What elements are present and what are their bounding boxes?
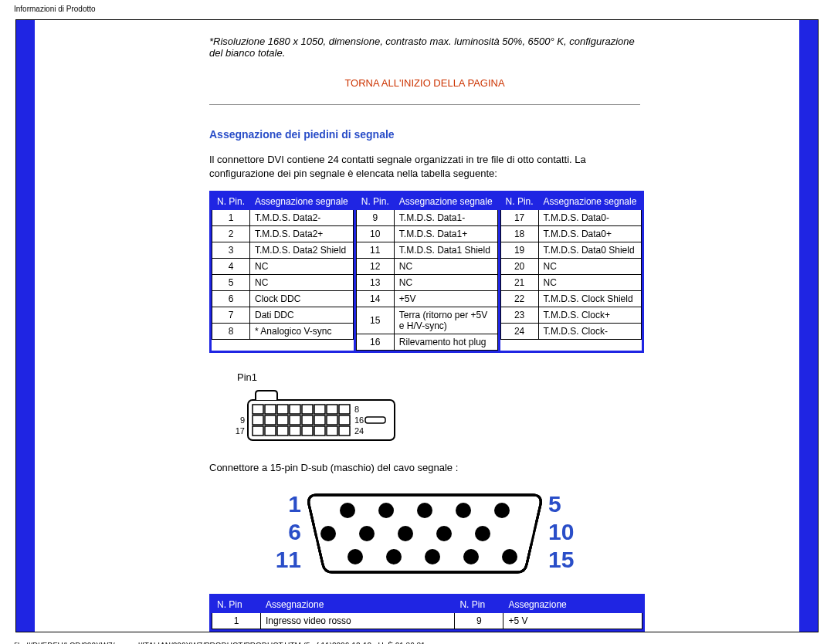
vga-num-6: 6	[288, 519, 301, 544]
table-row: 21NC	[500, 275, 642, 291]
svg-rect-21	[302, 426, 313, 436]
table-row: 18T.M.D.S. Data0+	[500, 226, 642, 242]
svg-point-28	[417, 503, 432, 518]
svg-point-94	[436, 526, 452, 541]
dvi-pin-16: 16	[354, 415, 364, 425]
svg-rect-2	[265, 405, 276, 414]
table-row: 4NC	[212, 259, 354, 275]
table-row: 1 Ingresso video rosso 9 +5 V	[212, 613, 642, 629]
svg-rect-17	[253, 426, 263, 436]
svg-rect-10	[265, 415, 276, 425]
svg-point-97	[320, 526, 336, 541]
dvi-pin-table: N. Pin.Assegnazione segnale 1T.M.D.S. Da…	[209, 191, 644, 353]
svg-rect-3	[277, 405, 288, 414]
dvi-pin-8: 8	[354, 405, 359, 414]
svg-rect-8	[339, 405, 350, 414]
svg-point-30	[494, 503, 510, 518]
table-row: 1T.M.D.S. Data2-	[212, 210, 354, 226]
table-row: 16Rilevamento hot plug	[356, 334, 497, 351]
table-row: 11T.M.D.S. Data1 Shield	[356, 242, 497, 259]
table-row: 12NC	[356, 259, 497, 275]
svg-rect-14	[314, 415, 325, 425]
vga-connector-diagram: 1 6 11 5 10 15	[255, 487, 595, 580]
pin1-label: Pin1	[209, 353, 640, 386]
dvi-connector-diagram: 8 9 16 17 24	[232, 386, 433, 448]
svg-rect-20	[290, 426, 300, 436]
table-row: 15Terra (ritorno per +5V e H/V-sync)	[356, 307, 497, 334]
right-blue-bar	[799, 20, 818, 632]
col-pin-header: N. Pin.	[212, 194, 250, 210]
table-row: 13NC	[356, 275, 497, 291]
page-body: *Risoluzione 1680 x 1050, dimensione, co…	[15, 19, 819, 632]
col-sig-header: Assegnazione segnale	[250, 194, 354, 210]
table-row: 6Clock DDC	[212, 291, 354, 307]
left-blue-bar	[16, 20, 35, 632]
svg-rect-16	[339, 415, 350, 425]
dvi-pin-17: 17	[236, 426, 245, 436]
table-row: 8* Analogico V-sync	[212, 324, 354, 340]
svg-point-27	[378, 503, 394, 518]
svg-point-95	[475, 526, 490, 541]
section-title: Assegnazione dei piedini di segnale	[209, 128, 640, 153]
vga-num-5: 5	[548, 491, 561, 517]
svg-point-29	[456, 503, 471, 518]
vga-pin-table: N. Pin Assegnazione N. Pin Assegnazione …	[209, 594, 645, 632]
vga-num-11: 11	[276, 547, 301, 572]
table-row: 3T.M.D.S. Data2 Shield	[212, 242, 354, 259]
vga-col-pin: N. Pin	[455, 597, 503, 613]
table-row: 17T.M.D.S. Data0-	[500, 210, 642, 226]
svg-rect-7	[327, 405, 337, 414]
vga-col-asg: Assegnazione	[261, 597, 455, 613]
table-row: 19T.M.D.S. Data0 Shield	[500, 242, 642, 259]
svg-rect-24	[339, 426, 350, 436]
svg-point-93	[398, 526, 413, 541]
svg-rect-12	[290, 415, 300, 425]
svg-point-55	[348, 549, 363, 564]
col-sig-header: Assegnazione segnale	[394, 194, 497, 210]
svg-point-58	[463, 549, 479, 564]
table-row: 14+5V	[356, 291, 497, 307]
col-pin-header: N. Pin.	[500, 194, 538, 210]
table-row: 5NC	[212, 275, 354, 291]
svg-rect-11	[277, 415, 288, 425]
svg-point-26	[340, 503, 355, 518]
svg-rect-9	[253, 415, 263, 425]
svg-rect-13	[302, 415, 313, 425]
svg-point-56	[386, 549, 402, 564]
table-row: 7Dati DDC	[212, 307, 354, 324]
svg-rect-15	[327, 415, 337, 425]
back-to-top-link[interactable]: TORNA ALL'INIZIO DELLA PAGINA	[209, 66, 640, 98]
svg-rect-1	[253, 405, 263, 414]
svg-rect-19	[277, 426, 288, 436]
svg-rect-5	[302, 405, 313, 414]
vga-col-asg: Assegnazione	[503, 597, 642, 613]
table-row: 22T.M.D.S. Clock Shield	[500, 291, 642, 307]
svg-rect-91	[324, 524, 533, 543]
header-line: Informazioni di Prodotto	[0, 0, 834, 19]
svg-rect-23	[327, 426, 337, 436]
divider	[209, 104, 640, 105]
vga-num-1: 1	[288, 491, 301, 517]
table-row: 24T.M.D.S. Clock-	[500, 324, 642, 340]
svg-rect-25	[365, 417, 385, 423]
svg-rect-18	[265, 426, 276, 436]
dsub-caption: Connettore a 15-pin D-sub (maschio) del …	[209, 448, 640, 487]
dvi-pin-9: 9	[240, 415, 245, 425]
intro-paragraph: Il connettore DVI contiene 24 contatti s…	[209, 153, 640, 191]
svg-rect-4	[290, 405, 300, 414]
svg-point-92	[359, 526, 375, 541]
svg-rect-6	[314, 405, 325, 414]
table-row: 23T.M.D.S. Clock+	[500, 307, 642, 324]
note-text: *Risoluzione 1680 x 1050, dimensione, co…	[209, 20, 640, 66]
vga-col-pin: N. Pin	[212, 597, 261, 613]
table-row: 2T.M.D.S. Data2+	[212, 226, 354, 242]
table-row: 10T.M.D.S. Data1+	[356, 226, 497, 242]
svg-point-57	[425, 549, 440, 564]
dvi-pin-24: 24	[354, 426, 364, 436]
col-pin-header: N. Pin.	[356, 194, 394, 210]
table-row: 9T.M.D.S. Data1-	[356, 210, 497, 226]
vga-num-15: 15	[548, 547, 574, 572]
svg-rect-22	[314, 426, 325, 436]
vga-num-10: 10	[548, 519, 574, 544]
footer-line: file:///D|/EDFU/LCD/200XW7/manual/ITALIA…	[0, 632, 834, 644]
